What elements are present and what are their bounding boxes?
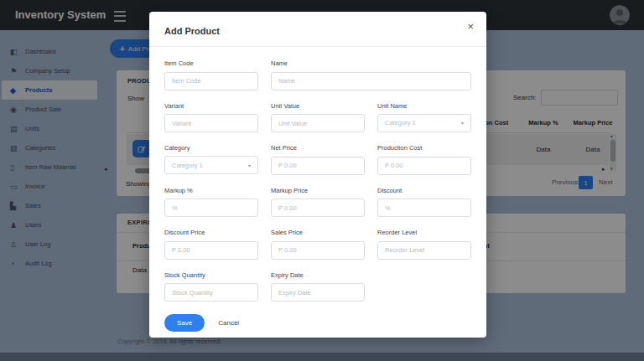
chevron-down-icon: ▾: [248, 162, 251, 168]
stock-quantity-input[interactable]: [164, 283, 258, 302]
chevron-down-icon: ▾: [461, 120, 464, 126]
field-label: Reorder Level: [377, 229, 471, 236]
field-stock-quantity: Stock Quantity: [164, 271, 258, 302]
name-input[interactable]: [271, 72, 471, 90]
field-variant: Variant: [164, 102, 258, 133]
close-icon[interactable]: ×: [467, 21, 474, 32]
variant-input[interactable]: [164, 114, 258, 132]
field-production-cost: Production Cost: [377, 144, 471, 175]
expiry-date-input[interactable]: [271, 283, 365, 302]
field-unit-name: Unit Name Category 1 ▾: [377, 102, 471, 133]
field-label: Markup %: [164, 187, 258, 194]
field-label: Unit Name: [377, 102, 471, 110]
modal-header: Add Product ×: [149, 12, 486, 47]
production-cost-input[interactable]: [377, 157, 471, 175]
markup-price-input[interactable]: [271, 199, 365, 217]
field-label: Unit Value: [271, 102, 365, 110]
field-label: Discount Price: [164, 229, 258, 236]
field-discount-price: Discount Price: [164, 229, 258, 260]
field-name: Name: [271, 59, 471, 90]
field-unit-value: Unit Value: [271, 102, 365, 133]
cancel-button[interactable]: Cancel: [218, 319, 239, 327]
field-expiry-date: Expiry Date: [271, 271, 365, 302]
sales-price-input[interactable]: [271, 241, 365, 260]
app-window: Inventory System ◧Dashboard ⚑Company Set…: [0, 0, 644, 361]
field-label: Discount: [377, 187, 471, 194]
selected-value: Category 1: [385, 119, 416, 126]
selected-value: Category 1: [172, 162, 203, 169]
field-label: Sales Price: [271, 229, 365, 236]
field-label: Name: [271, 59, 471, 67]
field-net-price: Net Price: [271, 144, 365, 175]
field-label: Net Price: [271, 144, 365, 152]
discount-input[interactable]: [377, 199, 471, 217]
field-label: Category: [164, 144, 258, 152]
field-category: Category Category 1 ▾: [164, 144, 258, 175]
field-label: Markup Price: [271, 187, 365, 194]
reorder-level-input[interactable]: [377, 241, 471, 260]
field-markup-price: Markup Price: [271, 187, 365, 218]
category-select[interactable]: Category 1 ▾: [164, 156, 258, 174]
modal-actions: Save Cancel: [164, 314, 471, 332]
modal-title: Add Product: [164, 26, 220, 36]
field-label: Expiry Date: [271, 271, 365, 279]
field-label: Stock Quantity: [164, 271, 258, 279]
field-reorder-level: Reorder Level: [377, 229, 471, 260]
discount-price-input[interactable]: [164, 241, 258, 260]
field-sales-price: Sales Price: [271, 229, 365, 260]
modal-body: Item Code Name Variant Unit Value Unit N…: [149, 47, 486, 338]
add-product-modal: Add Product × Item Code Name Variant Uni…: [149, 12, 486, 338]
field-item-code: Item Code: [164, 59, 258, 90]
item-code-input[interactable]: [164, 72, 258, 90]
field-markup-percent: Markup %: [164, 187, 258, 218]
markup-percent-input[interactable]: [164, 199, 258, 217]
net-price-input[interactable]: [271, 157, 365, 175]
field-discount: Discount: [377, 187, 471, 218]
field-label: Production Cost: [377, 144, 471, 152]
save-button[interactable]: Save: [164, 314, 205, 332]
unit-name-select[interactable]: Category 1 ▾: [377, 114, 471, 132]
field-label: Item Code: [164, 59, 258, 67]
unit-value-input[interactable]: [271, 114, 365, 132]
field-label: Variant: [164, 102, 258, 110]
